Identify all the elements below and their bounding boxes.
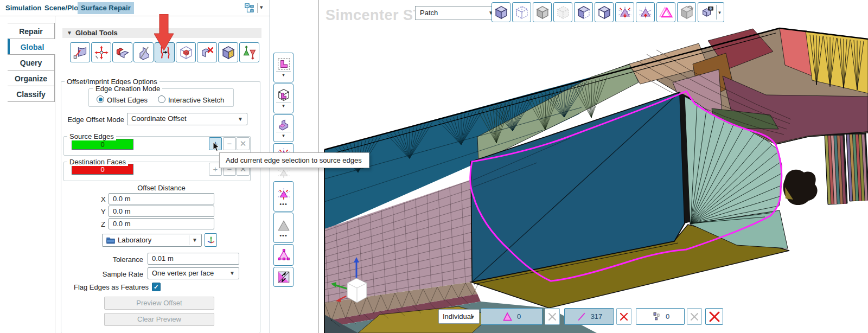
chevron-down-icon[interactable]: ▾ — [716, 5, 723, 20]
clear-faces-button[interactable] — [545, 308, 560, 325]
cube-mixed-icon — [576, 5, 591, 20]
selection-filter-up-button[interactable] — [636, 2, 655, 22]
clear-preview-button[interactable]: Clear Preview — [104, 313, 214, 326]
preview-offset-button[interactable]: Preview Offset — [104, 297, 214, 310]
cube-gray-button[interactable] — [533, 2, 552, 22]
tab-classify[interactable]: Classify — [8, 86, 55, 102]
restore-view-icon — [679, 5, 694, 20]
scene-hierarchy-icon[interactable] — [245, 3, 254, 13]
save-view-camera-button[interactable]: ▾ — [698, 2, 724, 22]
edges-selection-counter[interactable]: 317 — [564, 308, 614, 325]
chevron-down-icon[interactable]: ▾ — [260, 4, 263, 11]
cube-open-button[interactable] — [595, 2, 614, 22]
repair-mode-tabs: Repair Global Query Organize Classify — [8, 23, 55, 102]
chevron-down-icon[interactable]: ▾ — [276, 132, 291, 139]
tab-query[interactable]: Query — [8, 54, 55, 71]
edit-selection-button[interactable] — [273, 244, 293, 266]
display-mode-select[interactable]: Patch▼ — [415, 6, 498, 20]
invert-selection-icon — [277, 270, 291, 284]
tool-transform-button[interactable] — [91, 42, 111, 62]
restore-view-button[interactable] — [677, 2, 696, 22]
shrink-selection-button[interactable]: ••• — [273, 181, 293, 212]
transform-icon — [94, 45, 109, 60]
z-label: Z — [101, 220, 105, 228]
save-view-camera-icon — [700, 5, 716, 20]
annotation-arrow — [154, 14, 174, 51]
selection-plain-disabled-icon — [277, 219, 291, 233]
selection-plain-disabled-button[interactable]: ••• — [273, 213, 293, 243]
tool-delete-intersecting-button[interactable] — [197, 42, 217, 62]
tool-flip-face-normals-button[interactable] — [239, 42, 259, 62]
tool-offset-faces-button[interactable] — [218, 42, 238, 62]
highlight-triangle-button[interactable] — [656, 2, 675, 22]
edge-offset-mode-select[interactable]: Coordinate Offset▼ — [127, 113, 247, 125]
tool-fill-holes-button[interactable] — [112, 42, 132, 62]
cube-hidden-button[interactable] — [553, 2, 572, 22]
sample-rate-label: Sample Rate — [61, 270, 143, 278]
sample-rate-select[interactable]: One vertex per face▼ — [148, 267, 239, 279]
viewport-left-toolbar: ▾▾▾•••••• — [273, 53, 293, 287]
flag-edges-checkbox[interactable]: ✓ — [152, 283, 161, 291]
coordinate-axes-icon — [206, 235, 216, 245]
clear-icon — [619, 312, 629, 322]
fill-holes-icon — [115, 45, 130, 60]
patch-faces-icon — [73, 45, 88, 60]
highlight-triangle-icon — [659, 5, 674, 20]
offset-x-input[interactable]: 0.0 m — [108, 193, 214, 204]
tolerance-label: Tolerance — [61, 255, 143, 264]
chevron-down-icon: ▼ — [192, 234, 197, 246]
radio-offset-edges-label[interactable]: Offset Edges — [107, 96, 148, 104]
selection-filter-down-icon — [617, 5, 633, 20]
chevron-down-icon[interactable]: ▾ — [276, 71, 291, 78]
more-options-icon[interactable]: ••• — [279, 233, 288, 238]
coordinate-system-select[interactable]: Laboratory ▼ — [102, 234, 202, 247]
chevron-down-icon[interactable]: ▾ — [276, 102, 291, 109]
tool-intersect-parts-button[interactable] — [176, 42, 196, 62]
source-edges-count[interactable]: 0 — [72, 139, 133, 150]
tab-repair[interactable]: Repair — [8, 23, 55, 39]
tool-patch-faces-button[interactable] — [70, 42, 90, 62]
clear-vertices-button[interactable] — [687, 308, 702, 325]
tab-simulation[interactable]: Simulation — [2, 2, 44, 14]
radio-interactive-sketch-label[interactable]: Interactive Sketch — [168, 96, 224, 104]
cube-transparent-button[interactable] — [512, 2, 531, 22]
shrink-selection-icon — [277, 187, 291, 201]
radio-offset-edges[interactable] — [97, 95, 104, 103]
clear-source-edges-button[interactable]: ✕ — [237, 137, 250, 150]
vertices-selection-counter[interactable]: 0 — [636, 308, 685, 325]
tab-surface-repair[interactable]: Surface Repair — [78, 2, 134, 14]
source-edges-label: Source Edges — [67, 132, 116, 140]
faces-icon — [502, 311, 513, 322]
more-options-icon[interactable]: ••• — [279, 202, 288, 206]
cube-mixed-button[interactable] — [574, 2, 593, 22]
remove-source-edges-button[interactable]: − — [223, 137, 236, 150]
select-part-button[interactable]: ▾ — [273, 114, 293, 142]
invert-selection-button[interactable] — [273, 267, 293, 287]
offset-y-input[interactable]: 0.0 m — [108, 206, 214, 217]
faces-selection-counter[interactable]: 0 — [481, 308, 542, 325]
select-through-button[interactable]: ▾ — [273, 84, 293, 113]
radio-interactive-sketch[interactable] — [158, 95, 165, 103]
edges-icon — [576, 311, 587, 322]
cube-open-icon — [597, 5, 612, 20]
cube-solid-button[interactable] — [492, 2, 510, 22]
tab-organize[interactable]: Organize — [8, 70, 55, 86]
clear-edges-button[interactable] — [616, 308, 631, 325]
clear-all-selections-button[interactable] — [705, 308, 723, 325]
collapse-icon[interactable]: ▼ — [67, 28, 72, 38]
tool-split-imprint-button[interactable] — [133, 42, 154, 62]
offset-z-input[interactable]: 0.0 m — [108, 218, 214, 229]
cube-hidden-icon — [556, 5, 571, 20]
selection-mode-select[interactable]: Individual▼ — [438, 309, 480, 324]
clear-all-icon — [708, 310, 721, 323]
select-zone-button[interactable]: ▾ — [273, 53, 293, 82]
vertices-icon — [651, 311, 662, 322]
chevron-down-icon: ▼ — [470, 310, 475, 323]
selection-filter-up-icon — [638, 5, 653, 20]
destination-faces-label: Destination Faces — [67, 158, 128, 166]
tolerance-input[interactable]: 0.01 m — [148, 253, 239, 265]
selection-filter-down-button[interactable] — [615, 2, 634, 22]
tab-global[interactable]: Global — [8, 39, 55, 55]
offset-faces-icon — [221, 45, 236, 60]
axes-button[interactable] — [205, 233, 217, 247]
